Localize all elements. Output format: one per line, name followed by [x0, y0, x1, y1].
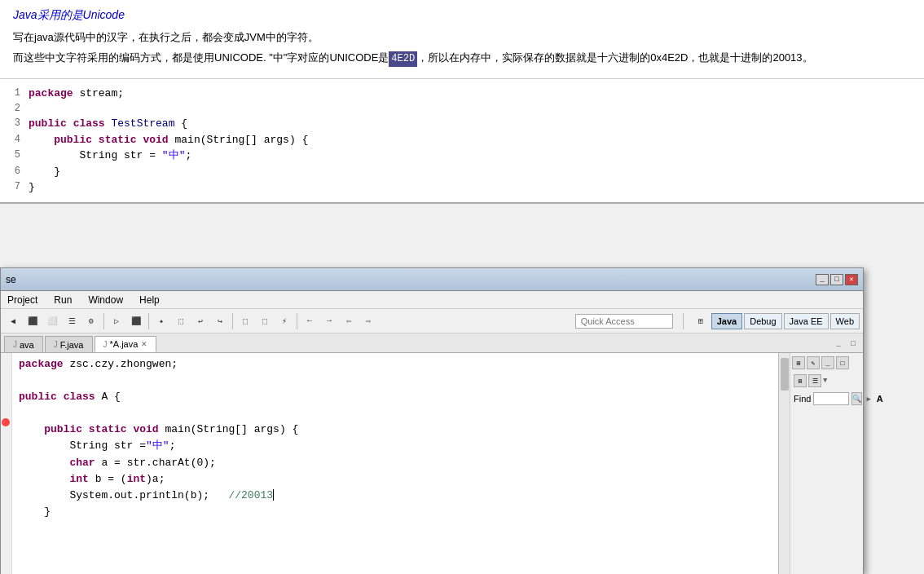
- find-bar: Find 🔍 ▶ A: [790, 389, 863, 408]
- toolbar-btn-17[interactable]: ⇦: [340, 312, 358, 330]
- tab-fjava-label: F.java: [60, 340, 84, 350]
- rp-btn-1[interactable]: ⊞: [792, 356, 805, 369]
- code-line-7: 7 }: [0, 179, 924, 196]
- rp-btn-expand[interactable]: □: [836, 356, 849, 369]
- rp-btn-3[interactable]: ⊞: [794, 374, 807, 387]
- toolbar-btn-18[interactable]: ⇨: [359, 312, 377, 330]
- toolbar-btn-4[interactable]: ☰: [63, 312, 81, 330]
- tab-ajava-icon: J: [103, 340, 108, 349]
- toolbar-btn-2[interactable]: ⬛: [24, 312, 42, 330]
- toolbar-btn-12[interactable]: ⬚: [236, 312, 254, 330]
- editor-line-8: int b = (int)a;: [12, 471, 778, 488]
- rp-btn-4[interactable]: ☰: [808, 374, 821, 387]
- tab-java-icon: J: [13, 340, 17, 349]
- top-code-panel: 1 package stream; 2 3 public class TestS…: [0, 79, 924, 204]
- editor-content-1: package zsc.czy.zhongwen;: [12, 356, 778, 373]
- toolbar-btn-15[interactable]: ←: [301, 312, 319, 330]
- perspective-buttons: ⊞ Java Debug Java EE Web: [692, 312, 860, 330]
- code-editor[interactable]: package zsc.czy.zhongwen; public class A…: [12, 353, 778, 574]
- toolbar-btn-9[interactable]: ⬚: [172, 312, 190, 330]
- editor-line-2: [12, 373, 778, 389]
- rp-btn-2[interactable]: ✎: [807, 356, 820, 369]
- toolbar-sep-5: [683, 313, 684, 329]
- vertical-scrollbar[interactable]: [778, 353, 790, 574]
- toolbar-btn-3[interactable]: ⬜: [43, 312, 61, 330]
- line-num-7: 7: [0, 179, 29, 196]
- toolbar-btn-8[interactable]: ✦: [152, 312, 170, 330]
- editor-line-7: char a = str.charAt(0);: [12, 455, 778, 471]
- tab-fjava-icon: J: [54, 340, 58, 349]
- desc-line-1: 写在java源代码中的汉字，在执行之后，都会变成JVM中的字符。: [13, 29, 911, 46]
- tab-java-label: ava: [20, 340, 34, 350]
- close-button[interactable]: ✕: [845, 274, 858, 285]
- toolbar-sep-3: [232, 313, 233, 329]
- rp-btn-collapse[interactable]: _: [821, 356, 834, 369]
- maximize-button[interactable]: □: [830, 274, 843, 285]
- title-bar: se _ □ ✕: [1, 268, 863, 291]
- right-panel-toolbar: ⊞ ✎ _ □: [790, 353, 863, 373]
- toolbar-btn-1[interactable]: ◀: [4, 312, 22, 330]
- toolbar-btn-5[interactable]: ⚙: [82, 312, 100, 330]
- outline-label: A: [877, 394, 883, 404]
- perspective-web[interactable]: Web: [830, 313, 860, 329]
- editor-area: package zsc.czy.zhongwen; public class A…: [1, 353, 863, 574]
- editor-tabs: J ava J F.java J *A.java ✕ _ □: [1, 333, 863, 353]
- toolbar-btn-7[interactable]: ⬛: [127, 312, 145, 330]
- breakpoint-margin: [1, 353, 12, 574]
- menu-window[interactable]: Window: [85, 293, 126, 307]
- editor-content-2: [12, 373, 778, 389]
- perspective-javaee[interactable]: Java EE: [784, 313, 829, 329]
- menu-project[interactable]: Project: [4, 293, 41, 307]
- find-input[interactable]: [813, 392, 849, 405]
- find-chevron: ▶: [866, 395, 870, 404]
- editor-content-8: int b = (int)a;: [12, 471, 778, 488]
- editor-line-9: System.out.println(b); //20013: [12, 488, 778, 504]
- tab-minimize-btn[interactable]: _: [832, 338, 845, 351]
- toolbar-btn-13[interactable]: ⬚: [256, 312, 274, 330]
- toolbar-btn-14[interactable]: ⚡: [275, 312, 293, 330]
- editor-line-3: public class A {: [12, 389, 778, 405]
- line-num-5: 5: [0, 148, 29, 164]
- menu-help[interactable]: Help: [136, 293, 163, 307]
- desc-line-2: 而这些中文字符采用的编码方式，都是使用UNICODE. "中"字对应的UNICO…: [13, 50, 911, 67]
- tab-ajava[interactable]: J *A.java ✕: [95, 336, 157, 352]
- perspectives-icon[interactable]: ⊞: [692, 312, 710, 330]
- tab-fjava[interactable]: J F.java: [45, 336, 93, 352]
- code-line-5: 5 String str = "中";: [0, 148, 924, 164]
- find-search-btn[interactable]: 🔍: [851, 392, 862, 405]
- line-content-1: package stream;: [29, 86, 924, 102]
- eclipse-window: se _ □ ✕ Project Run Window Help ◀ ⬛ ⬜ ☰…: [0, 267, 864, 574]
- line-content-4: public static void main(String[] args) {: [29, 132, 924, 148]
- code-line-2: 2: [0, 101, 924, 116]
- line-num-4: 4: [0, 132, 29, 148]
- panel-title: Java采用的是Unicode: [13, 8, 911, 23]
- editor-content-3: public class A {: [12, 389, 778, 405]
- toolbar: ◀ ⬛ ⬜ ☰ ⚙ ▷ ⬛ ✦ ⬚ ↩ ↪ ⬚ ⬚ ⚡ ← → ⇦ ⇨ ⊞ Ja…: [1, 309, 863, 333]
- perspective-java[interactable]: Java: [711, 313, 742, 329]
- editor-line-5: public static void main(String[] args) {: [12, 422, 778, 438]
- line-num-2: 2: [0, 101, 29, 116]
- toolbar-btn-10[interactable]: ↩: [191, 312, 209, 330]
- window-title: se: [6, 274, 16, 285]
- scroll-thumb[interactable]: [781, 358, 789, 391]
- desc2-before: 而这些中文字符采用的编码方式，都是使用UNICODE. "中"字对应的UNICO…: [13, 51, 389, 64]
- tab-maximize-btn[interactable]: □: [847, 338, 860, 351]
- minimize-button[interactable]: _: [816, 274, 829, 285]
- toolbar-btn-6[interactable]: ▷: [108, 312, 125, 330]
- breakpoint-indicator: [2, 418, 10, 426]
- window-controls: _ □ ✕: [816, 274, 858, 285]
- quick-access-input[interactable]: [575, 314, 673, 329]
- tab-java[interactable]: J ava: [4, 336, 43, 352]
- code-line-3: 3 public class TestStream {: [0, 116, 924, 132]
- line-content-5: String str = "中";: [29, 148, 924, 164]
- line-content-6: }: [29, 164, 924, 180]
- tab-close-icon[interactable]: ✕: [141, 340, 147, 348]
- toolbar-btn-11[interactable]: ↪: [211, 312, 229, 330]
- explanation-panel: Java采用的是Unicode 写在java源代码中的汉字，在执行之后，都会变成…: [0, 0, 924, 79]
- quick-access-container: [379, 314, 680, 329]
- toolbar-btn-16[interactable]: →: [320, 312, 338, 330]
- menu-run[interactable]: Run: [51, 293, 75, 307]
- right-panel: ⊞ ✎ _ □ ⊞ ☰ ▼ Find 🔍 ▶ A: [790, 353, 863, 574]
- perspective-debug[interactable]: Debug: [744, 313, 781, 329]
- line-content-2: [29, 101, 924, 116]
